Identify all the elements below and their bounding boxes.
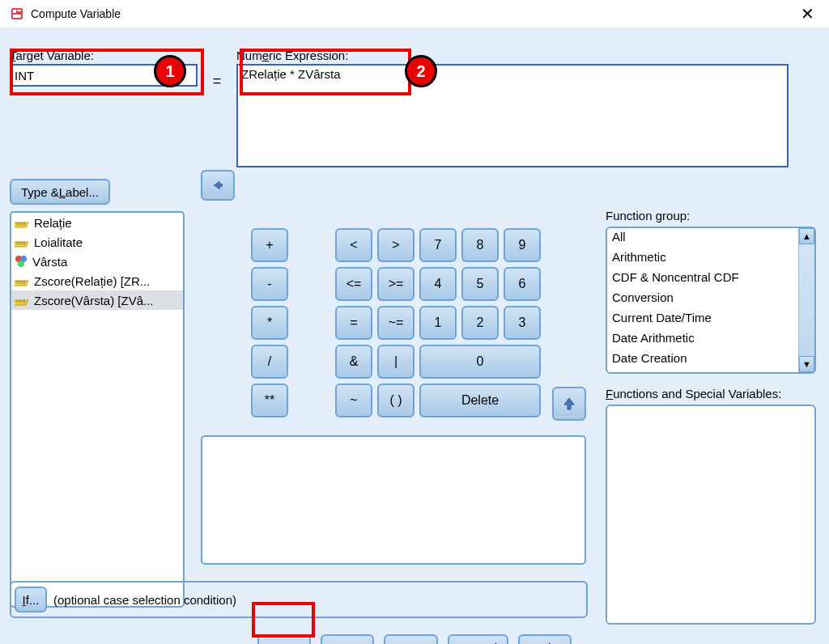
key-3[interactable]: 3 <box>504 306 541 340</box>
reset-button[interactable]: Reset <box>384 634 438 644</box>
svg-rect-1 <box>13 10 16 13</box>
key-8[interactable]: 8 <box>461 228 499 262</box>
key-lt[interactable]: < <box>335 228 372 262</box>
list-item[interactable]: Current Date/Time <box>607 309 798 329</box>
scroll-up-button[interactable]: ▲ <box>799 228 814 244</box>
key-or[interactable]: | <box>377 345 414 379</box>
functions-special-list[interactable] <box>606 405 816 625</box>
scale-icon <box>15 218 29 227</box>
if-condition-row: If... (optional case selection condition… <box>10 581 588 618</box>
annotation-badge-1: 1 <box>154 55 186 87</box>
function-group-label: Function group: <box>606 209 690 222</box>
svg-rect-9 <box>15 242 28 247</box>
scale-icon <box>15 276 29 286</box>
list-item[interactable]: CDF & Noncentral CDF <box>607 269 798 289</box>
key-delete[interactable]: Delete <box>419 383 541 417</box>
key-1[interactable]: 1 <box>419 306 457 340</box>
list-item[interactable]: Zscore(Relație) [ZR... <box>11 271 183 290</box>
list-item[interactable]: Conversion <box>607 289 798 309</box>
key-2[interactable]: 2 <box>461 306 499 340</box>
scrollbar[interactable]: ▲ ▼ <box>798 228 814 372</box>
dialog-body: Target Variable: = Numeric Expression: Z… <box>0 28 829 644</box>
key-4[interactable]: 4 <box>419 267 457 301</box>
ok-button[interactable]: OK <box>257 634 311 644</box>
key-ne[interactable]: ~= <box>377 306 414 340</box>
svg-rect-3 <box>13 15 21 18</box>
equals-sign: = <box>198 58 236 104</box>
scale-icon <box>15 237 29 247</box>
list-item[interactable]: Arithmetic <box>607 248 798 269</box>
key-9[interactable]: 9 <box>504 228 541 262</box>
key-le[interactable]: <= <box>335 267 372 301</box>
app-icon <box>10 6 24 21</box>
svg-rect-2 <box>17 10 21 11</box>
key-7[interactable]: 7 <box>419 228 457 262</box>
key-eq[interactable]: = <box>335 306 372 340</box>
titlebar: Compute Variable ✕ <box>0 0 829 28</box>
if-condition-text: (optional case selection condition) <box>53 593 236 607</box>
key-div[interactable]: / <box>251 345 288 379</box>
key-0[interactable]: 0 <box>419 345 541 379</box>
description-panel <box>201 435 586 565</box>
list-item[interactable]: Zscore(Vârsta) [ZVâ... <box>11 290 183 310</box>
key-paren[interactable]: ( ) <box>377 383 414 417</box>
key-minus[interactable]: - <box>251 267 288 301</box>
annotation-badge-2: 2 <box>405 55 437 87</box>
numeric-expression-label: Numeric Expression: <box>236 49 819 62</box>
nominal-icon <box>15 255 28 268</box>
key-gt[interactable]: > <box>377 228 414 262</box>
svg-rect-17 <box>15 281 28 286</box>
move-to-expression-button[interactable] <box>201 170 235 201</box>
list-item[interactable]: Vârsta <box>11 252 183 271</box>
arrow-left-icon <box>212 180 223 191</box>
numeric-expression-input[interactable]: ZRelație * ZVârsta <box>236 64 789 167</box>
window-title: Compute Variable <box>31 7 796 20</box>
scroll-down-button[interactable]: ▼ <box>799 356 814 372</box>
key-plus[interactable]: + <box>251 228 288 262</box>
key-pow[interactable]: ** <box>251 383 288 417</box>
arrow-up-icon <box>563 397 575 410</box>
key-and[interactable]: & <box>335 345 372 379</box>
paste-button[interactable]: Paste <box>321 634 374 644</box>
list-item[interactable]: All <box>607 228 798 248</box>
move-function-up-button[interactable] <box>552 387 586 421</box>
svg-rect-4 <box>15 222 28 227</box>
calculator-keypad: + < > 7 8 9 - <= >= 4 5 6 * = ~= 1 2 3 /… <box>248 225 547 424</box>
list-item[interactable]: Date Arithmetic <box>607 329 798 350</box>
type-and-label-button[interactable]: Type & Label... <box>10 179 110 205</box>
list-item[interactable]: Date Creation <box>607 350 798 370</box>
functions-special-label: Functions and Special Variables: <box>606 387 781 400</box>
key-not[interactable]: ~ <box>335 383 372 417</box>
svg-point-16 <box>18 261 24 267</box>
list-item[interactable]: Relație <box>11 213 183 232</box>
close-icon[interactable]: ✕ <box>796 4 819 23</box>
if-button[interactable]: If... <box>15 587 47 612</box>
key-mult[interactable]: * <box>251 306 288 340</box>
cancel-button[interactable]: Cancel <box>448 634 508 644</box>
key-6[interactable]: 6 <box>504 267 541 301</box>
scale-icon <box>15 295 29 305</box>
key-5[interactable]: 5 <box>461 267 499 301</box>
svg-rect-22 <box>15 300 28 305</box>
function-group-list[interactable]: All Arithmetic CDF & Noncentral CDF Conv… <box>606 227 816 374</box>
variable-list[interactable]: Relație Loialitate Vârsta Zscore(Relație… <box>10 211 185 608</box>
key-ge[interactable]: >= <box>377 267 414 301</box>
help-button[interactable]: Help <box>518 634 572 644</box>
list-item[interactable]: Loialitate <box>11 232 183 252</box>
dialog-buttons: OK Paste Reset Cancel Help <box>0 634 829 644</box>
